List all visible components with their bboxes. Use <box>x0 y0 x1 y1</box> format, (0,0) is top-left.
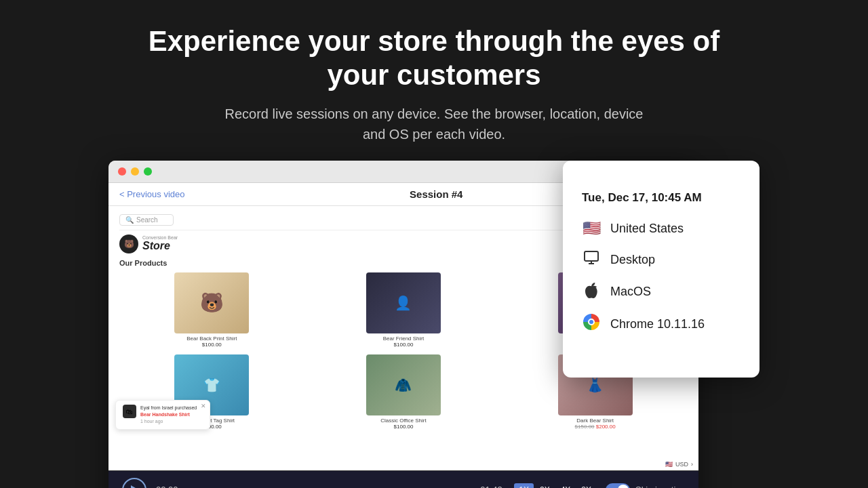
speed-8x-button[interactable]: 8X <box>576 483 596 488</box>
info-os: MacOS <box>610 285 651 299</box>
info-device-row: Desktop <box>582 249 741 270</box>
notification-close[interactable]: ✕ <box>201 403 206 409</box>
info-device: Desktop <box>610 253 655 267</box>
search-placeholder: Search <box>136 216 158 224</box>
close-traffic-light[interactable] <box>118 167 126 176</box>
player-bar: 00:00 01:43 1X 2X 4X 8X Skip inactive <box>108 470 698 488</box>
speed-1x-button[interactable]: 1X <box>514 483 534 488</box>
minimize-traffic-light[interactable] <box>131 167 139 176</box>
apple-icon <box>582 282 601 302</box>
store-logo-icon: 🐻 <box>119 235 138 253</box>
currency-text: USD <box>675 461 688 468</box>
flag-icon: 🇺🇸 <box>665 461 673 468</box>
product-original-price: $150.00 <box>575 424 595 430</box>
prev-video-link[interactable]: < Previous video <box>119 189 184 199</box>
product-price-1: $100.00 <box>202 342 222 348</box>
time-current: 00:00 <box>156 485 180 488</box>
product-price-5: $100.00 <box>394 424 414 430</box>
product-name-5: Classic Office Shirt <box>380 418 426 424</box>
notification-popup: 🛍 Eyal from Israel purchased Bear Handsh… <box>115 400 210 429</box>
product-card[interactable]: 🐻 Bear Back Print Shirt $100.00 <box>119 272 304 348</box>
search-icon: 🔍 <box>125 216 134 224</box>
time-total: 01:43 <box>480 485 505 488</box>
toggle-switch[interactable] <box>606 483 630 488</box>
store-name: Store <box>142 240 178 252</box>
product-card[interactable]: 🧥 Classic Office Shirt $100.00 <box>311 354 496 430</box>
info-browser-row: Chrome 10.11.16 <box>582 314 741 334</box>
info-os-row: MacOS <box>582 282 741 302</box>
play-icon <box>131 485 139 488</box>
speed-2x-button[interactable]: 2X <box>535 483 555 488</box>
product-card[interactable]: 👤 Bear Friend Shirt $100.00 <box>311 272 496 348</box>
speed-4x-button[interactable]: 4X <box>556 483 576 488</box>
chrome-icon <box>582 314 601 334</box>
info-country-row: 🇺🇸 United States <box>582 220 741 237</box>
notification-text: Eyal from Israel purchased Bear Handshak… <box>140 405 197 424</box>
svg-rect-0 <box>585 251 598 261</box>
product-sale-price: $200.00 <box>596 424 616 430</box>
product-image-2: 👤 <box>366 272 441 333</box>
currency-arrow: › <box>691 461 693 468</box>
info-datetime: Tue, Dec 17, 10:45 AM <box>582 191 741 205</box>
notification-from: Eyal from Israel purchased <box>140 405 197 410</box>
hero-subtitle: Record live sessions on any device. See … <box>224 104 644 144</box>
info-country: United States <box>610 222 684 236</box>
browser-wrapper: < Previous video Session #4 🔍 Search Car… <box>108 161 760 488</box>
notification-icon: 🛍 <box>123 405 136 418</box>
store-subtitle: Conversion Bear <box>142 235 178 240</box>
info-browser: Chrome 10.11.16 <box>610 317 705 331</box>
product-image-1: 🐻 <box>174 272 249 333</box>
fullscreen-traffic-light[interactable] <box>144 167 152 176</box>
toggle-knob <box>618 485 629 488</box>
store-search-box[interactable]: 🔍 Search <box>119 214 174 226</box>
flag-icon: 🇺🇸 <box>582 220 601 237</box>
speed-controls: 1X 2X 4X 8X <box>514 483 596 488</box>
desktop-icon <box>582 249 601 270</box>
notification-time: 1 hour ago <box>140 419 163 424</box>
product-name-6: Dark Bear Shirt <box>576 418 614 424</box>
skip-inactive-label: Skip inactive <box>635 485 685 488</box>
hero-title: Experience your store through the eyes o… <box>129 24 739 93</box>
store-name-wrapper: Conversion Bear Store <box>142 235 178 252</box>
currency-bar[interactable]: 🇺🇸 USD › <box>660 458 698 470</box>
product-name-1: Bear Back Print Shirt <box>186 336 237 342</box>
product-price-6: $150.00 $200.00 <box>575 424 616 430</box>
product-image-5: 🧥 <box>366 354 441 415</box>
product-price-2: $100.00 <box>394 342 414 348</box>
product-name-2: Bear Friend Shirt <box>383 336 424 342</box>
play-button[interactable] <box>122 478 146 488</box>
skip-inactive-toggle[interactable]: Skip inactive <box>606 483 685 488</box>
notification-product: Bear Handshake Shirt <box>140 412 190 417</box>
info-panel: Tue, Dec 17, 10:45 AM 🇺🇸 United States D… <box>563 161 760 378</box>
